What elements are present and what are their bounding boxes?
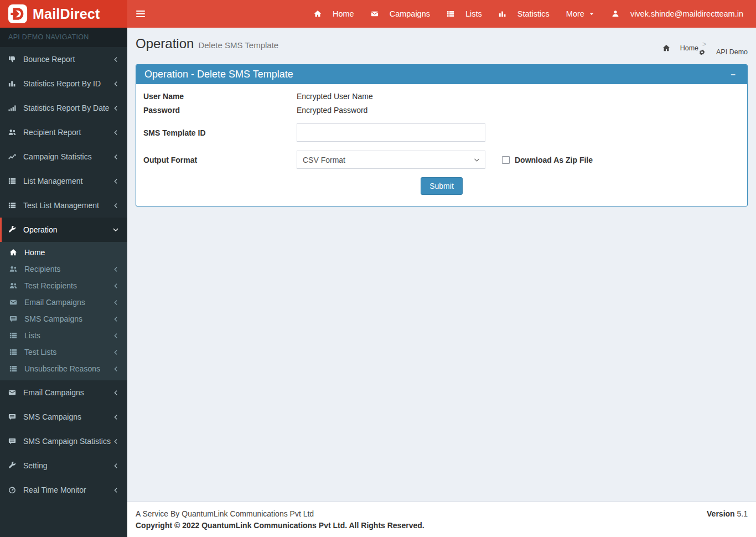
password-value: Encrypted Password bbox=[297, 106, 367, 115]
sidebar-item-recipient-report[interactable]: Recipient Report bbox=[0, 120, 127, 144]
chevron-left-icon bbox=[113, 105, 119, 111]
chevron-down-icon bbox=[112, 226, 119, 233]
sidebar-subitem-test-recipients[interactable]: Test Recipients bbox=[0, 277, 127, 294]
breadcrumb-api-demo[interactable]: API Demo bbox=[698, 48, 748, 56]
breadcrumb: HomeAPI Demo bbox=[662, 40, 748, 56]
sidebar-subitem-lists[interactable]: Lists bbox=[0, 327, 127, 344]
nav-item-statistics[interactable]: Statistics bbox=[490, 0, 558, 28]
sidebar-item-label: SMS Campaigns bbox=[24, 314, 82, 323]
sidebar-subitem-unsubscribe-reasons[interactable]: Unsubscribe Reasons bbox=[0, 360, 127, 377]
username-value: Encrypted User Name bbox=[297, 92, 373, 101]
comment-icon bbox=[8, 437, 20, 445]
sidebar-item-label: Campaign Statistics bbox=[23, 152, 92, 161]
footer-service-line: A Service By QuantumLink Communications … bbox=[136, 509, 424, 518]
chevron-left-icon bbox=[113, 333, 119, 339]
password-row: Password Encrypted Password bbox=[143, 106, 740, 115]
template-id-input[interactable] bbox=[297, 123, 485, 142]
collapse-panel-button[interactable]: − bbox=[727, 69, 739, 80]
hamburger-icon bbox=[136, 9, 145, 19]
chevron-left-icon bbox=[113, 203, 119, 209]
home-icon bbox=[314, 10, 325, 18]
sidebar: API DEMO NAVIGATION Bounce ReportStatist… bbox=[0, 28, 127, 537]
chevron-left-icon bbox=[113, 300, 119, 306]
chevron-left-icon bbox=[113, 349, 119, 355]
users-icon bbox=[8, 128, 20, 136]
sidebar-item-label: Test Lists bbox=[24, 348, 56, 357]
sidebar-item-operation[interactable]: Operation bbox=[0, 218, 127, 242]
sidebar-subitem-sms-campaigns[interactable]: SMS Campaigns bbox=[0, 311, 127, 327]
content-header: OperationDelete SMS Template HomeAPI Dem… bbox=[127, 28, 756, 56]
sidebar-item-sms-campaigns[interactable]: SMS Campaigns bbox=[0, 405, 127, 429]
panel-body: User Name Encrypted User Name Password E… bbox=[136, 84, 747, 206]
sidebar-section-header: API DEMO NAVIGATION bbox=[0, 28, 127, 47]
nav-item-home[interactable]: Home bbox=[305, 0, 363, 28]
sidebar-item-real-time-monitor[interactable]: Real Time Monitor bbox=[0, 478, 127, 502]
sidebar-item-statistics-report-by-id[interactable]: Statistics Report By ID bbox=[0, 71, 127, 96]
sidebar-item-setting[interactable]: Setting bbox=[0, 453, 127, 478]
sidebar-toggle-button[interactable] bbox=[127, 0, 154, 28]
envelope-icon bbox=[9, 298, 21, 306]
breadcrumb-label: API Demo bbox=[716, 48, 748, 56]
chevron-left-icon bbox=[113, 414, 119, 420]
template-id-row: SMS Template ID bbox=[143, 123, 740, 142]
sidebar-subitem-home[interactable]: Home bbox=[0, 244, 127, 261]
sidebar-item-statistics-report-by-date[interactable]: Statistics Report By Date bbox=[0, 96, 127, 120]
chevron-left-icon bbox=[113, 81, 119, 87]
sidebar-item-label: Statistics Report By Date bbox=[23, 104, 110, 112]
sidebar-item-email-campaigns[interactable]: Email Campaigns bbox=[0, 380, 127, 405]
content-wrapper: OperationDelete SMS Template HomeAPI Dem… bbox=[127, 0, 756, 537]
bar-chart-icon bbox=[499, 10, 510, 18]
wrench-icon bbox=[8, 226, 20, 234]
footer-copyright-line: Copyright © 2022 QuantumLink Communicati… bbox=[136, 521, 424, 530]
nav-item-campaigns[interactable]: Campaigns bbox=[363, 0, 438, 28]
download-zip-option[interactable]: Download As Zip File bbox=[502, 156, 593, 164]
sidebar-item-list-management[interactable]: List Management bbox=[0, 169, 127, 193]
brand-logo[interactable]: MailDirect bbox=[0, 0, 127, 28]
envelope-icon bbox=[371, 10, 382, 18]
nav-item-label: vivek.shinde@maildirectteam.in bbox=[630, 9, 743, 18]
footer-text: A Service By QuantumLink Communications … bbox=[136, 509, 424, 530]
footer-version: Version 5.1 bbox=[707, 509, 748, 530]
nav-item-more[interactable]: More bbox=[558, 0, 603, 28]
sidebar-subitem-test-lists[interactable]: Test Lists bbox=[0, 344, 127, 360]
operation-panel: Operation - Delete SMS Template − User N… bbox=[136, 64, 748, 206]
breadcrumb-home[interactable]: Home bbox=[662, 44, 698, 52]
panel-header: Operation - Delete SMS Template − bbox=[136, 65, 747, 84]
sidebar-item-label: Recipients bbox=[24, 265, 60, 273]
list-icon bbox=[8, 202, 20, 209]
maildirect-logo-icon bbox=[8, 4, 28, 24]
nav-item-lists[interactable]: Lists bbox=[438, 0, 490, 28]
sidebar-item-label: Lists bbox=[24, 331, 40, 340]
sidebar-item-label: Setting bbox=[23, 461, 48, 470]
sidebar-item-label: Unsubscribe Reasons bbox=[24, 364, 100, 373]
submit-row: Submit bbox=[143, 174, 740, 200]
page-title-text: Operation bbox=[136, 36, 194, 51]
sidebar-item-test-list-management[interactable]: Test List Management bbox=[0, 193, 127, 218]
download-zip-label: Download As Zip File bbox=[515, 156, 593, 164]
sidebar-subitem-email-campaigns[interactable]: Email Campaigns bbox=[0, 294, 127, 311]
breadcrumb-label: Home bbox=[680, 44, 698, 52]
sidebar-item-label: Email Campaigns bbox=[23, 388, 84, 397]
list-icon bbox=[447, 10, 458, 18]
chevron-left-icon bbox=[113, 178, 119, 184]
sidebar-menu: Bounce ReportStatistics Report By IDStat… bbox=[0, 47, 127, 502]
submit-button[interactable]: Submit bbox=[421, 177, 463, 195]
download-zip-checkbox[interactable] bbox=[502, 156, 510, 164]
caret-down-icon bbox=[588, 11, 595, 17]
sidebar-item-campaign-statistics[interactable]: Campaign Statistics bbox=[0, 144, 127, 169]
sidebar-item-label: List Management bbox=[23, 177, 82, 185]
gear-icon bbox=[698, 49, 710, 56]
nav-item-label: Campaigns bbox=[390, 9, 430, 18]
list-icon bbox=[9, 332, 21, 339]
brand-name: MailDirect bbox=[33, 6, 100, 22]
version-value: 5.1 bbox=[737, 509, 748, 518]
sidebar-item-sms-campaign-statistics[interactable]: SMS Campaign Statistics bbox=[0, 429, 127, 453]
signal-icon bbox=[8, 104, 20, 112]
user-icon bbox=[612, 10, 623, 18]
output-format-select[interactable]: CSV Format bbox=[297, 151, 485, 169]
sidebar-item-bounce-report[interactable]: Bounce Report bbox=[0, 47, 127, 71]
page-title: OperationDelete SMS Template bbox=[136, 36, 278, 51]
sidebar-item-label: Email Campaigns bbox=[24, 298, 85, 307]
nav-item-vivek-shinde-maildirectteam-in[interactable]: vivek.shinde@maildirectteam.in bbox=[603, 0, 752, 28]
sidebar-subitem-recipients[interactable]: Recipients bbox=[0, 261, 127, 277]
